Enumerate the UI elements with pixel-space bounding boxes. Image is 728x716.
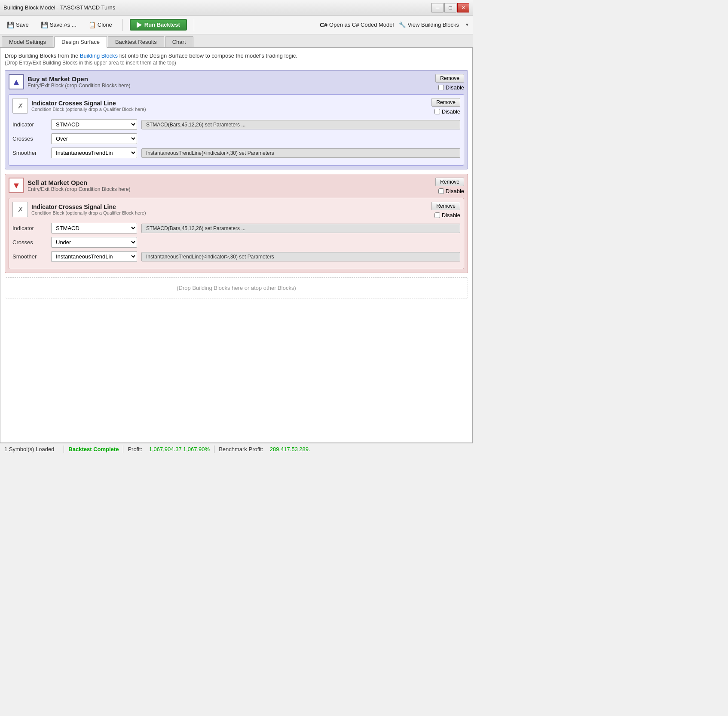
sell-block-header: ▼ Sell at Market Open Entry/Exit Block (… <box>9 178 464 194</box>
buy-condition-subtitle: Condition Block (optionally drop a Quali… <box>31 107 146 112</box>
sell-block-remove-button[interactable]: Remove <box>435 178 464 186</box>
tab-design-surface[interactable]: Design Surface <box>54 36 107 48</box>
window-title: Building Block Model - TASC\STMACD Turns <box>3 4 115 11</box>
clone-button[interactable]: 📋 Clone <box>85 20 116 30</box>
benchmark-label: Benchmark Profit: <box>219 446 268 452</box>
sell-block: ▼ Sell at Market Open Entry/Exit Block (… <box>5 174 468 273</box>
backtest-complete-status: Backtest Complete <box>68 446 119 452</box>
status-bar: 1 Symbol(s) Loaded Backtest Complete Pro… <box>0 443 473 455</box>
tab-chart[interactable]: Chart <box>165 36 193 47</box>
sell-crosses-row: Crosses Under <box>12 237 460 248</box>
sell-block-info: Sell at Market Open Entry/Exit Block (dr… <box>28 179 130 192</box>
buy-block-header: ▲ Buy at Market Open Entry/Exit Block (d… <box>9 74 464 91</box>
symbols-loaded: 1 Symbol(s) Loaded <box>4 446 59 452</box>
save-label: Save <box>16 22 29 28</box>
minimize-button[interactable]: ─ <box>431 3 444 12</box>
buy-smoother-label: Smoother <box>12 150 47 156</box>
sell-condition-info: Indicator Crosses Signal Line Condition … <box>31 203 146 215</box>
save-as-button[interactable]: 💾 Save As ... <box>37 20 80 30</box>
sell-smoother-row: Smoother InstantaneousTrendLin Instantan… <box>12 251 460 262</box>
sell-condition-header-left: ✗ Indicator Crosses Signal Line Conditio… <box>12 202 146 217</box>
buy-smoother-select[interactable]: InstantaneousTrendLin <box>51 148 137 158</box>
profit-label: Profit: <box>128 446 147 452</box>
buy-indicator-row: Indicator STMACD STMACD(Bars,45,12,26) s… <box>12 119 460 130</box>
buy-block-remove-button[interactable]: Remove <box>435 74 464 83</box>
window-controls: ─ □ ✕ <box>431 3 469 12</box>
clone-label: Clone <box>98 22 112 28</box>
toolbar: 💾 Save 💾 Save As ... 📋 Clone Run Backtes… <box>0 15 473 34</box>
buy-crosses-label: Crosses <box>12 135 47 142</box>
view-blocks-button[interactable]: 🔧 View Building Blocks <box>399 22 459 28</box>
buy-block-info: Buy at Market Open Entry/Exit Block (dro… <box>28 75 130 89</box>
sell-crosses-select[interactable]: Under <box>51 237 137 248</box>
buy-block-disable: Disable <box>438 84 464 91</box>
save-button[interactable]: 💾 Save <box>3 20 32 30</box>
building-blocks-link[interactable]: Building Blocks <box>80 52 118 59</box>
clone-icon: 📋 <box>89 22 96 28</box>
sell-condition-remove-button[interactable]: Remove <box>431 202 460 210</box>
sell-condition-title: Indicator Crosses Signal Line <box>31 203 146 210</box>
buy-condition-info: Indicator Crosses Signal Line Condition … <box>31 100 146 112</box>
drop-hint-sub: (Drop Entry/Exit Building Blocks in this… <box>5 60 468 66</box>
tab-model-settings[interactable]: Model Settings <box>2 36 53 47</box>
sell-smoother-select[interactable]: InstantaneousTrendLin <box>51 251 137 262</box>
buy-condition-header-left: ✗ Indicator Crosses Signal Line Conditio… <box>12 98 146 114</box>
sell-indicator-select[interactable]: STMACD <box>51 223 137 234</box>
bottom-drop-hint: (Drop Building Blocks here or atop other… <box>177 285 296 291</box>
view-blocks-label: View Building Blocks <box>407 22 459 28</box>
sell-condition-block: ✗ Indicator Crosses Signal Line Conditio… <box>9 198 464 269</box>
sell-condition-disable-checkbox[interactable] <box>434 212 440 218</box>
buy-condition-header-right: Remove Disable <box>431 98 460 115</box>
run-backtest-label: Run Backtest <box>144 22 180 28</box>
buy-indicator-param-button[interactable]: STMACD(Bars,45,12,26) set Parameters ... <box>141 120 460 129</box>
buy-condition-block: ✗ Indicator Crosses Signal Line Conditio… <box>9 94 464 166</box>
buy-indicator-label: Indicator <box>12 121 47 128</box>
sell-block-disable: Disable <box>438 188 464 194</box>
buy-condition-title: Indicator Crosses Signal Line <box>31 100 146 107</box>
buy-condition-form: Indicator STMACD STMACD(Bars,45,12,26) s… <box>12 119 460 158</box>
sell-block-header-right: Remove Disable <box>435 178 464 194</box>
restore-button[interactable]: □ <box>444 3 456 12</box>
buy-block-disable-checkbox[interactable] <box>438 85 444 90</box>
tab-backtest-results[interactable]: Backtest Results <box>108 36 164 47</box>
drop-hint: Drop Building Blocks from the Building B… <box>5 52 468 59</box>
buy-condition-disable: Disable <box>434 108 460 115</box>
buy-condition-remove-button[interactable]: Remove <box>431 98 460 107</box>
toolbar-dropdown-arrow[interactable]: ▼ <box>465 22 469 27</box>
buy-block: ▲ Buy at Market Open Entry/Exit Block (d… <box>5 70 468 169</box>
profit-pct: 1,067.90% <box>183 446 210 452</box>
sell-condition-header: ✗ Indicator Crosses Signal Line Conditio… <box>12 202 460 218</box>
sell-block-title: Sell at Market Open <box>28 179 130 186</box>
buy-condition-header: ✗ Indicator Crosses Signal Line Conditio… <box>12 98 460 115</box>
sell-block-disable-label: Disable <box>446 188 464 194</box>
sell-smoother-label: Smoother <box>12 253 47 260</box>
run-backtest-button[interactable]: Run Backtest <box>130 19 187 31</box>
status-separator-1 <box>64 446 64 453</box>
buy-crosses-row: Crosses Over <box>12 133 460 144</box>
sell-indicator-label: Indicator <box>12 225 47 231</box>
sell-block-disable-checkbox[interactable] <box>438 188 444 194</box>
sell-indicator-row: Indicator STMACD STMACD(Bars,45,12,26) s… <box>12 223 460 234</box>
sell-smoother-param-button[interactable]: InstantaneousTrendLine(<indicator>,30) s… <box>141 252 460 261</box>
profit-value: 1,067,904.37 <box>149 446 182 452</box>
sell-indicator-param-button[interactable]: STMACD(Bars,45,12,26) set Parameters ... <box>141 224 460 233</box>
sell-condition-icon: ✗ <box>12 202 28 217</box>
sell-condition-disable: Disable <box>434 212 460 218</box>
buy-condition-disable-checkbox[interactable] <box>434 109 440 114</box>
sell-block-icon: ▼ <box>9 178 24 193</box>
save-icon: 💾 <box>7 22 14 28</box>
arrow-down-icon: ▼ <box>12 181 21 191</box>
sell-condition-subtitle: Condition Block (optionally drop a Quali… <box>31 210 146 215</box>
buy-smoother-param-button[interactable]: InstantaneousTrendLine(<indicator>,30) s… <box>141 148 460 158</box>
buy-block-disable-label: Disable <box>446 84 464 91</box>
buy-block-title: Buy at Market Open <box>28 75 130 83</box>
buy-smoother-row: Smoother InstantaneousTrendLin Instantan… <box>12 148 460 158</box>
close-button[interactable]: ✕ <box>457 3 469 12</box>
sell-condition-form: Indicator STMACD STMACD(Bars,45,12,26) s… <box>12 223 460 262</box>
sell-condition-header-right: Remove Disable <box>431 202 460 218</box>
open-cs-button[interactable]: C# Open as C# Coded Model <box>320 22 394 28</box>
buy-indicator-select[interactable]: STMACD <box>51 119 137 130</box>
buy-crosses-select[interactable]: Over <box>51 133 137 144</box>
status-separator-3 <box>214 446 214 453</box>
sell-condition-disable-label: Disable <box>442 212 460 218</box>
